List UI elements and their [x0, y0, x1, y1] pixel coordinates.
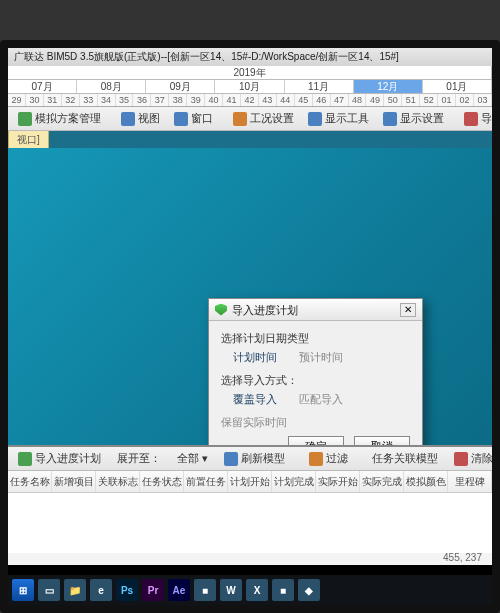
timeline-week[interactable]: 40	[205, 94, 223, 106]
timeline-week[interactable]: 01	[438, 94, 456, 106]
timeline-week[interactable]: 36	[133, 94, 151, 106]
assoc-model-button[interactable]: 任务关联模型	[368, 449, 442, 468]
timeline-week[interactable]: 49	[366, 94, 384, 106]
timeline-month[interactable]: 07月	[8, 80, 77, 93]
timeline-week[interactable]: 34	[98, 94, 116, 106]
show-settings-label: 显示设置	[400, 111, 444, 126]
timeline-week[interactable]: 50	[384, 94, 402, 106]
timeline-week[interactable]: 32	[62, 94, 80, 106]
work-settings-button[interactable]: 工况设置	[229, 109, 298, 128]
timeline-week[interactable]: 51	[402, 94, 420, 106]
table-column-header[interactable]: 任务名称	[8, 471, 52, 492]
timeline-week[interactable]: 43	[259, 94, 277, 106]
import-schedule-dialog: 导入进度计划 ✕ 选择计划日期类型 计划时间 预计时间 选择导入方式： 覆盖导入…	[208, 298, 423, 469]
filter-icon	[309, 452, 323, 466]
table-body[interactable]	[8, 493, 492, 553]
timeline-week[interactable]: 46	[313, 94, 331, 106]
viewport-tab[interactable]: 视口]	[8, 131, 49, 149]
excel-icon[interactable]: X	[246, 579, 268, 601]
timeline-week[interactable]: 45	[295, 94, 313, 106]
explorer-icon[interactable]: 📁	[64, 579, 86, 601]
radio-match-import[interactable]: 匹配导入	[299, 392, 343, 407]
cube-icon[interactable]: ◆	[298, 579, 320, 601]
table-column-header[interactable]: 计划完成	[272, 471, 316, 492]
timeline-week[interactable]: 31	[44, 94, 62, 106]
table-header: 任务名称新增项目关联标志任务状态前置任务计划开始计划完成实际开始实际完成模拟颜色…	[8, 471, 492, 493]
radio-overwrite-import[interactable]: 覆盖导入	[233, 392, 277, 407]
timeline-month[interactable]: 01月	[423, 80, 492, 93]
table-column-header[interactable]: 计划开始	[228, 471, 272, 492]
timeline-week[interactable]: 37	[151, 94, 169, 106]
timeline-week[interactable]: 41	[223, 94, 241, 106]
table-column-header[interactable]: 新增项目	[52, 471, 96, 492]
timeline-week[interactable]: 30	[26, 94, 44, 106]
timeline-month[interactable]: 09月	[146, 80, 215, 93]
timeline-month[interactable]: 11月	[285, 80, 354, 93]
timeline-month[interactable]: 08月	[77, 80, 146, 93]
app-screen: 广联达 BIM5D 3.5旗舰版(正式版)--[创新一区14、15#-D:/Wo…	[8, 48, 492, 565]
word-icon[interactable]: W	[220, 579, 242, 601]
section-date-type: 选择计划日期类型	[221, 331, 410, 346]
windows-taskbar: ⊞ ▭ 📁 e Ps Pr Ae ■ W X ■ ◆	[8, 575, 492, 605]
timeline-week[interactable]: 48	[349, 94, 367, 106]
window-label: 窗口	[191, 111, 213, 126]
section-import-mode: 选择导入方式：	[221, 373, 410, 388]
timeline-week[interactable]: 44	[277, 94, 295, 106]
filter-button[interactable]: 过滤	[305, 449, 352, 468]
timeline-month[interactable]: 12月	[354, 80, 423, 93]
table-column-header[interactable]: 关联标志	[96, 471, 140, 492]
dialog-titlebar[interactable]: 导入进度计划 ✕	[209, 299, 422, 321]
sim-mgmt-button[interactable]: 模拟方案管理	[14, 109, 105, 128]
show-tools-button[interactable]: 显示工具	[304, 109, 373, 128]
table-column-header[interactable]: 实际完成	[360, 471, 404, 492]
timeline-week[interactable]: 42	[241, 94, 259, 106]
window-titlebar: 广联达 BIM5D 3.5旗舰版(正式版)--[创新一区14、15#-D:/Wo…	[8, 48, 492, 66]
timeline-week[interactable]: 33	[80, 94, 98, 106]
timeline-month[interactable]: 10月	[215, 80, 284, 93]
export-icon	[464, 112, 478, 126]
radio-plan-time[interactable]: 计划时间	[233, 350, 277, 365]
table-column-header[interactable]: 实际开始	[316, 471, 360, 492]
expand-to-label: 展开至：	[113, 449, 165, 468]
timeline-week[interactable]: 52	[420, 94, 438, 106]
photoshop-icon[interactable]: Ps	[116, 579, 138, 601]
timeline-week[interactable]: 03	[474, 94, 492, 106]
import-plan-button[interactable]: 导入进度计划	[14, 449, 105, 468]
timeline-months-row[interactable]: 07月08月09月10月11月12月01月	[8, 80, 492, 94]
timeline-week[interactable]: 02	[456, 94, 474, 106]
timeline-week[interactable]: 47	[331, 94, 349, 106]
aftereffects-icon[interactable]: Ae	[168, 579, 190, 601]
edge-icon[interactable]: e	[90, 579, 112, 601]
monitor-frame: 广联达 BIM5D 3.5旗舰版(正式版)--[创新一区14、15#-D:/Wo…	[0, 40, 500, 613]
taskview-icon[interactable]: ▭	[38, 579, 60, 601]
clear-icon	[454, 452, 468, 466]
app-icon[interactable]: ■	[194, 579, 216, 601]
shield-icon	[215, 304, 227, 316]
app2-icon[interactable]: ■	[272, 579, 294, 601]
clear-assoc-button[interactable]: 清除关联	[450, 449, 492, 468]
checkbox-keep-actual[interactable]: 保留实际时间	[221, 415, 410, 430]
table-column-header[interactable]: 任务状态	[140, 471, 184, 492]
assoc-model-label: 任务关联模型	[372, 451, 438, 466]
view-button[interactable]: 视图	[117, 109, 164, 128]
premiere-icon[interactable]: Pr	[142, 579, 164, 601]
timeline-week[interactable]: 38	[169, 94, 187, 106]
refresh-model-button[interactable]: 刷新模型	[220, 449, 289, 468]
expand-to-dropdown[interactable]: 全部 ▾	[173, 449, 212, 468]
dialog-close-button[interactable]: ✕	[400, 303, 416, 317]
show-settings-button[interactable]: 显示设置	[379, 109, 448, 128]
table-column-header[interactable]: 前置任务	[184, 471, 228, 492]
start-button[interactable]: ⊞	[12, 579, 34, 601]
timeline-week[interactable]: 35	[116, 94, 134, 106]
timeline-weeks-row[interactable]: 2930313233343536373839404142434445464748…	[8, 94, 492, 106]
export-video-button[interactable]: 导出视频	[460, 109, 492, 128]
table-column-header[interactable]: 模拟颜色	[404, 471, 448, 492]
radio-expected-time[interactable]: 预计时间	[299, 350, 343, 365]
view-label: 视图	[138, 111, 160, 126]
timeline-week[interactable]: 29	[8, 94, 26, 106]
timeline-week[interactable]: 39	[187, 94, 205, 106]
table-column-header[interactable]: 里程碑	[448, 471, 492, 492]
window-button[interactable]: 窗口	[170, 109, 217, 128]
view-icon	[121, 112, 135, 126]
dialog-title-text: 导入进度计划	[232, 299, 298, 321]
